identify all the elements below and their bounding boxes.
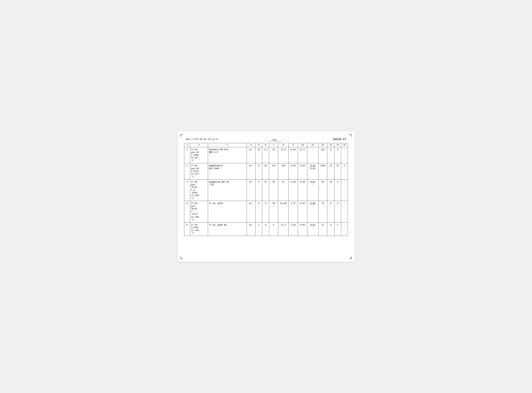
table-cell-col12: I260 [318, 163, 327, 179]
table-row: 5I7-04 доп. 79/8I 2- -0779 II-I40- -IТо … [184, 201, 348, 222]
col-header-3: 3 [208, 143, 247, 147]
table-cell-col12: 63 [318, 179, 327, 201]
table-cell-name: Манометр МП-4У4, МВП-4-У [208, 147, 247, 163]
col-header-7: 7 [269, 143, 278, 147]
table-cell-col15: – [341, 179, 348, 201]
table-cell-col10: 2,83 [298, 163, 307, 179]
table-cell-col7: I4 [269, 147, 278, 163]
table-cell-col7: 8 [269, 222, 278, 236]
table-cell-num: 2 [184, 147, 190, 163]
table-cell-col12: II6 [318, 147, 327, 163]
table-cell-col9: 2,65 [288, 222, 298, 236]
table-cell-col5: 5 [255, 201, 262, 222]
table-cell-col13: I3 [327, 179, 335, 201]
table-cell-name: То же, Ду50 [208, 201, 247, 222]
col-header-14: 14 [334, 143, 341, 147]
main-table: 1 2 3 4 5 6 7 8 9 10 11 12 13 14 15 2I7-… [184, 143, 348, 236]
table-cell-col5: IO [255, 147, 262, 163]
table-cell-name: То же, Ду80 мм [208, 222, 247, 236]
table-cell-col13: 3 [327, 222, 335, 236]
table-cell-col12: 74 [318, 201, 327, 222]
table-cell-col10: 0,85 [298, 222, 307, 236]
table-cell-col5: 9 [255, 163, 262, 179]
table-cell-ref: I7-04 доп.36 2-I375 II-247- -I [190, 163, 208, 179]
table-cell-ref: I7-04 доп. 79/8I 2- -0779 II-I40- -I [190, 201, 208, 222]
table-cell-col8: 2I [278, 179, 288, 201]
table-row: 2I7-04 доп.43 2-I398 II-93- -IМанометр М… [184, 147, 348, 163]
corner-br [349, 256, 352, 259]
table-cell-num: 4 [184, 179, 190, 201]
table-cell-col7: 36 [269, 179, 278, 201]
table-cell-num: 5 [184, 201, 190, 222]
table-cell-col4: шт. [247, 201, 255, 222]
header: 903-I-278.90.Ал.I8,кн.6 — 643 —. 24218-2… [184, 136, 348, 141]
col-header-10: 10 [298, 143, 307, 147]
table-cell-col7: I44 [269, 163, 278, 179]
table-cell-col5: 3 [255, 179, 262, 201]
table-cell-num: 6 [184, 222, 190, 236]
table-cell-col4: шт. [247, 147, 255, 163]
col-header-1: 1 [184, 143, 190, 147]
table-cell-col14: 3 [334, 201, 341, 222]
corner-tr [349, 134, 352, 137]
corner-tl [180, 134, 183, 137]
table-cell-col11: 0,07– [307, 222, 318, 236]
table-cell-col10: 0,62 [298, 201, 307, 222]
table-cell-ref: I7-04 доп. 79/8I п.2- -0783 II-I40- -3 [190, 179, 208, 201]
table-cell-col15: – [341, 201, 348, 222]
table-cell-col11: 0,07– [307, 179, 318, 201]
table-cell-col4: шт. [247, 163, 255, 179]
table-cell-ref: I7-04 2-078I II-I40- -2 [190, 222, 208, 236]
page-number-area: — 643 —. [218, 139, 333, 141]
table-cell-col8: I4,80 [278, 201, 288, 222]
col-header-5: 5 [255, 143, 262, 147]
table-cell-name: Дифманометр ДСП-I6ОМ [208, 163, 247, 179]
table-cell-col9: 4,59 [288, 163, 298, 179]
table-cell-col11: – [307, 147, 318, 163]
table-cell-col4: шт. [247, 222, 255, 236]
table-cell-col8: II,6 [278, 147, 288, 163]
table-header-row: 1 2 3 4 5 6 7 8 9 10 11 12 13 14 15 [184, 143, 348, 147]
table-cell-num: 3 [184, 163, 190, 179]
doc-ref: 903-I-278.90.Ал.I8,кн.6 [186, 138, 218, 141]
table-cell-col10: 0,77 [298, 147, 307, 163]
table-cell-col15: – [341, 222, 348, 236]
col-header-6: 6 [262, 143, 269, 147]
page-separator-left: — [265, 139, 267, 141]
table-cell-col15: – [341, 147, 348, 163]
table-cell-col13: 8 [327, 147, 335, 163]
table-cell-col8: I7,3 [278, 222, 288, 236]
col-header-4: 4 [247, 143, 255, 147]
table-cell-col9: 0,80 [288, 147, 298, 163]
table-cell-col6: 8 [262, 222, 269, 236]
col-header-11: 11 [307, 143, 318, 147]
table-cell-col14: 3 [334, 179, 341, 201]
col-header-9: 9 [288, 143, 298, 147]
corner-bl [180, 256, 183, 259]
col-header-13: 13 [327, 143, 335, 147]
table-row: 4I7-04 доп. 79/8I п.2- -0783 II-I40- -3Д… [184, 179, 348, 201]
table-cell-col14: 25 [334, 163, 341, 179]
table-cell-col15: 2 [341, 163, 348, 179]
col-header-12: 12 [318, 143, 327, 147]
table-cell-col14: I [334, 222, 341, 236]
table-cell-col10: 0,98 [298, 179, 307, 201]
page: 903-I-278.90.Ал.I8,кн.6 — 643 —. 24218-2… [177, 131, 355, 262]
table-cell-col4: шт. [247, 179, 255, 201]
table-cell-col9: 4,36 [288, 179, 298, 201]
table-cell-col9: I,27 [288, 201, 298, 222]
table-cell-col12: I7 [318, 222, 327, 236]
table-cell-col13: 4I [327, 163, 335, 179]
table-cell-col13: 6 [327, 201, 335, 222]
table-cell-col14: 8 [334, 147, 341, 163]
table-cell-col6: 6 [262, 201, 269, 222]
table-cell-col11: 0,06– [307, 201, 318, 222]
col-header-8: 8 [278, 143, 288, 147]
table-cell-col11: 0,220,03 [307, 163, 318, 179]
doc-code: 24218-27 [333, 138, 346, 141]
col-header-15: 15 [341, 143, 348, 147]
table-cell-col6: I2 [262, 179, 269, 201]
table-row: 6I7-04 2-078I II-I40- -2То же, Ду80 ммшт… [184, 222, 348, 236]
table-cell-name: Диафрагма ДКС 06- -I25 [208, 179, 247, 201]
table-cell-col8: I40 [278, 163, 288, 179]
